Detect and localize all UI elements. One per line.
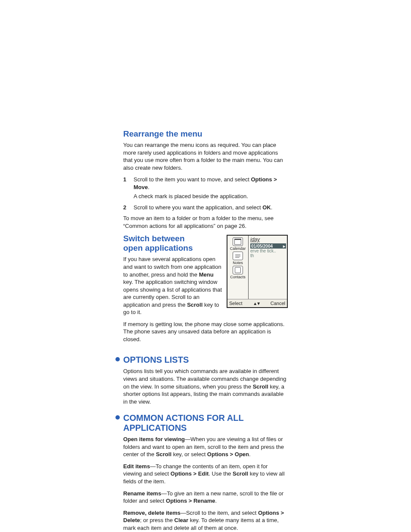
bold-text: Scroll [187, 302, 202, 308]
text: . Use the [209, 470, 233, 477]
common-open: Open items for viewing—When you are view… [123, 436, 288, 458]
switch-p2: If memory is getting low, the phone may … [123, 320, 288, 343]
text: . [271, 204, 273, 211]
bold-text: Options > Rename [166, 498, 215, 504]
text: Scroll to where you want the application… [134, 204, 262, 211]
heading-options-lists: OPTIONS LISTS [123, 355, 288, 365]
app-notes: Notes [233, 252, 243, 265]
heading-line2: open applications [123, 243, 193, 252]
content-row: th [250, 253, 286, 258]
bold-text: Options > Edit [171, 470, 209, 477]
bold-text: Options > Open [207, 451, 249, 457]
phone-screenshot: Calendar Notes Contacts iday 01/05/2004 [227, 235, 288, 308]
step-number: 2 [123, 204, 128, 213]
bold-text: Scroll [253, 383, 268, 390]
content-heading: iday [250, 236, 286, 243]
app-contacts: Contacts [230, 266, 246, 279]
page: Rearrange the menu You can rearrange the… [0, 0, 411, 532]
softkey-left: Select [229, 301, 243, 306]
bold-text: Clear [174, 517, 189, 523]
bold-text: Rename items [123, 490, 161, 497]
bold-text: Scroll [156, 451, 171, 457]
common-rename: Rename items—To give an item a new name,… [123, 490, 288, 505]
softkey-bar: Select ▲▼ Cancel [227, 299, 287, 307]
softkey-right: Cancel [271, 301, 285, 306]
rearrange-step-1: 1 Scroll to the item you want to move, a… [123, 176, 288, 202]
bold-text: Open items for viewing [123, 436, 185, 442]
common-remove: Remove, delete items—Scroll to the item,… [123, 509, 288, 532]
app-switcher-column: Calendar Notes Contacts [227, 236, 249, 299]
rearrange-intro: You can rearrange the menu icons as requ… [123, 141, 288, 171]
text: ; or press the [140, 517, 174, 523]
heading-rearrange: Rearrange the menu [123, 129, 288, 139]
bold-text: Remove, delete items [123, 510, 181, 516]
heading-common-actions: COMMON ACTIONS FOR ALL APPLICATIONS [123, 413, 288, 433]
text: . [215, 498, 217, 504]
app-label: Calendar [230, 246, 246, 251]
common-edit: Edit items—To change the contents of an … [123, 463, 288, 485]
step-number: 1 [123, 176, 128, 202]
app-content-area: iday 01/05/2004 ▸ erve the tick.. th [249, 236, 287, 299]
heading-text: OPTIONS LISTS [123, 355, 189, 364]
text: key, or select [171, 451, 207, 457]
rearrange-outro: To move an item to a folder or from a fo… [123, 215, 288, 230]
content-row: erve the tick.. [250, 249, 286, 253]
text: . [148, 184, 149, 190]
contacts-icon [233, 266, 243, 274]
bold-text: OK [262, 204, 271, 211]
phone-screen: Calendar Notes Contacts iday 01/05/2004 [227, 235, 288, 308]
step1-line2: A check mark is placed beside the applic… [134, 193, 288, 200]
rearrange-step-2: 2 Scroll to where you want the applicati… [123, 204, 288, 213]
date-text: 01/05/2004 [251, 244, 273, 249]
text: —Scroll to the item, and select [181, 510, 258, 516]
bold-text: Edit items [123, 463, 150, 470]
nav-arrows-icon: ▲▼ [253, 301, 260, 306]
bold-text: Scroll [233, 470, 248, 477]
arrow-right-icon: ▸ [283, 244, 285, 249]
step2-line1: Scroll to where you want the application… [134, 204, 272, 212]
app-label: Notes [233, 261, 243, 265]
heading-line1: Switch between [123, 234, 185, 243]
bullet-icon [115, 415, 120, 420]
calendar-icon [233, 237, 243, 246]
bold-text: Menu [199, 271, 214, 278]
notes-icon [233, 252, 243, 260]
app-label: Contacts [230, 275, 246, 279]
step1-line1: Scroll to the item you want to move, and… [134, 176, 288, 191]
options-paragraph: Options lists tell you which commands ar… [123, 367, 288, 405]
app-calendar: Calendar [230, 237, 246, 251]
text: . [249, 451, 251, 457]
date-bar: 01/05/2004 ▸ [250, 243, 286, 249]
heading-text: COMMON ACTIONS FOR ALL APPLICATIONS [123, 413, 243, 432]
text: Scroll to the item you want to move, and… [134, 176, 251, 183]
bullet-icon [115, 357, 120, 361]
